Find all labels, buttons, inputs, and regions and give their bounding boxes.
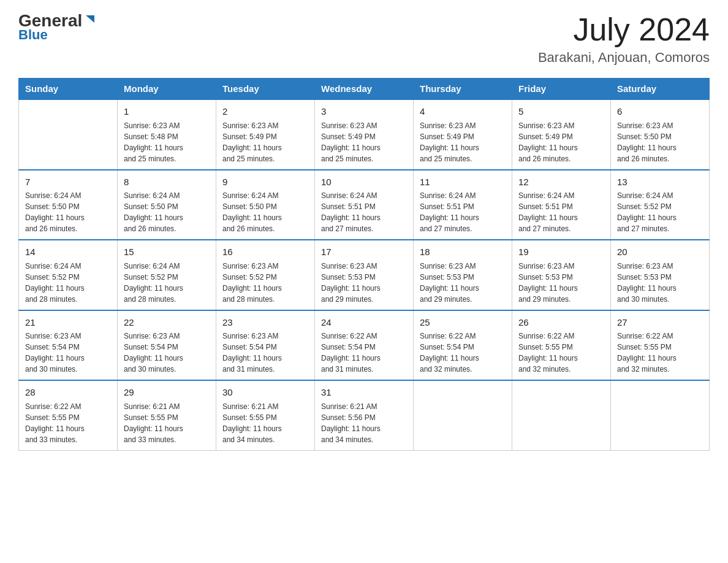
day-number: 18 [420,245,506,259]
calendar-table: Sunday Monday Tuesday Wednesday Thursday… [18,78,710,451]
calendar-cell: 9Sunrise: 6:24 AM Sunset: 5:50 PM Daylig… [216,170,315,240]
col-thursday: Thursday [414,79,512,100]
day-number: 14 [25,245,111,259]
calendar-cell: 16Sunrise: 6:23 AM Sunset: 5:52 PM Dayli… [216,240,315,310]
day-number: 22 [124,316,210,330]
day-number: 12 [518,175,604,190]
calendar-cell: 23Sunrise: 6:23 AM Sunset: 5:54 PM Dayli… [216,310,315,381]
calendar-cell: 5Sunrise: 6:23 AM Sunset: 5:49 PM Daylig… [512,99,611,170]
day-info: Sunrise: 6:23 AM Sunset: 5:53 PM Dayligh… [420,261,506,305]
day-info: Sunrise: 6:23 AM Sunset: 5:53 PM Dayligh… [518,261,604,305]
day-info: Sunrise: 6:24 AM Sunset: 5:51 PM Dayligh… [518,190,604,234]
calendar-cell: 24Sunrise: 6:22 AM Sunset: 5:54 PM Dayli… [315,310,414,381]
col-sunday: Sunday [19,79,118,100]
day-number: 30 [222,386,308,400]
calendar-week-row: 1Sunrise: 6:23 AM Sunset: 5:48 PM Daylig… [19,99,710,170]
day-number: 19 [518,245,604,259]
calendar-cell: 7Sunrise: 6:24 AM Sunset: 5:50 PM Daylig… [19,170,118,240]
day-info: Sunrise: 6:21 AM Sunset: 5:55 PM Dayligh… [222,401,308,445]
day-number: 20 [617,245,703,259]
day-number: 9 [222,175,308,190]
calendar-cell: 29Sunrise: 6:21 AM Sunset: 5:55 PM Dayli… [118,380,216,450]
day-number: 21 [25,316,111,330]
month-title: July 2024 [538,12,710,47]
calendar-cell [19,99,118,170]
day-number: 4 [420,105,506,119]
day-info: Sunrise: 6:24 AM Sunset: 5:51 PM Dayligh… [321,190,407,234]
calendar-header-row: Sunday Monday Tuesday Wednesday Thursday… [19,79,710,100]
logo-blue: Blue [18,27,48,43]
calendar-cell: 15Sunrise: 6:24 AM Sunset: 5:52 PM Dayli… [118,240,216,310]
day-info: Sunrise: 6:24 AM Sunset: 5:52 PM Dayligh… [617,190,703,234]
calendar-cell: 17Sunrise: 6:23 AM Sunset: 5:53 PM Dayli… [315,240,414,310]
calendar-cell: 3Sunrise: 6:23 AM Sunset: 5:49 PM Daylig… [315,99,414,170]
day-number: 5 [518,105,604,119]
day-number: 23 [222,316,308,330]
day-number: 10 [321,175,407,190]
calendar-week-row: 28Sunrise: 6:22 AM Sunset: 5:55 PM Dayli… [19,380,710,450]
day-info: Sunrise: 6:23 AM Sunset: 5:50 PM Dayligh… [617,120,703,164]
calendar-cell: 21Sunrise: 6:23 AM Sunset: 5:54 PM Dayli… [19,310,118,381]
day-number: 27 [617,316,703,330]
calendar-cell [611,380,710,450]
day-number: 26 [518,316,604,330]
calendar-cell: 6Sunrise: 6:23 AM Sunset: 5:50 PM Daylig… [611,99,710,170]
day-number: 2 [222,105,308,119]
day-info: Sunrise: 6:23 AM Sunset: 5:53 PM Dayligh… [617,261,703,305]
day-info: Sunrise: 6:23 AM Sunset: 5:52 PM Dayligh… [222,261,308,305]
calendar-week-row: 14Sunrise: 6:24 AM Sunset: 5:52 PM Dayli… [19,240,710,310]
day-info: Sunrise: 6:24 AM Sunset: 5:50 PM Dayligh… [222,190,308,234]
col-saturday: Saturday [611,79,710,100]
day-number: 11 [420,175,506,190]
day-number: 16 [222,245,308,259]
col-wednesday: Wednesday [315,79,414,100]
calendar-cell: 12Sunrise: 6:24 AM Sunset: 5:51 PM Dayli… [512,170,611,240]
day-number: 1 [124,105,210,119]
day-number: 24 [321,316,407,330]
calendar-cell: 4Sunrise: 6:23 AM Sunset: 5:49 PM Daylig… [414,99,512,170]
calendar-cell: 1Sunrise: 6:23 AM Sunset: 5:48 PM Daylig… [118,99,216,170]
calendar-cell: 2Sunrise: 6:23 AM Sunset: 5:49 PM Daylig… [216,99,315,170]
day-info: Sunrise: 6:23 AM Sunset: 5:53 PM Dayligh… [321,261,407,305]
calendar-cell: 31Sunrise: 6:21 AM Sunset: 5:56 PM Dayli… [315,380,414,450]
calendar-cell: 30Sunrise: 6:21 AM Sunset: 5:55 PM Dayli… [216,380,315,450]
calendar-cell: 27Sunrise: 6:22 AM Sunset: 5:55 PM Dayli… [611,310,710,381]
day-info: Sunrise: 6:24 AM Sunset: 5:51 PM Dayligh… [420,190,506,234]
calendar-cell [414,380,512,450]
day-number: 31 [321,386,407,400]
calendar-cell: 20Sunrise: 6:23 AM Sunset: 5:53 PM Dayli… [611,240,710,310]
col-tuesday: Tuesday [216,79,315,100]
location: Barakani, Anjouan, Comoros [538,50,710,66]
day-number: 28 [25,386,111,400]
calendar-cell: 13Sunrise: 6:24 AM Sunset: 5:52 PM Dayli… [611,170,710,240]
day-info: Sunrise: 6:23 AM Sunset: 5:49 PM Dayligh… [321,120,407,164]
day-info: Sunrise: 6:23 AM Sunset: 5:54 PM Dayligh… [222,331,308,375]
day-info: Sunrise: 6:24 AM Sunset: 5:52 PM Dayligh… [25,261,111,305]
col-friday: Friday [512,79,611,100]
calendar-cell: 14Sunrise: 6:24 AM Sunset: 5:52 PM Dayli… [19,240,118,310]
col-monday: Monday [118,79,216,100]
day-info: Sunrise: 6:23 AM Sunset: 5:49 PM Dayligh… [222,120,308,164]
day-number: 6 [617,105,703,119]
day-number: 15 [124,245,210,259]
day-info: Sunrise: 6:21 AM Sunset: 5:55 PM Dayligh… [124,401,210,445]
day-number: 7 [25,175,111,190]
calendar-cell: 28Sunrise: 6:22 AM Sunset: 5:55 PM Dayli… [19,380,118,450]
calendar-week-row: 7Sunrise: 6:24 AM Sunset: 5:50 PM Daylig… [19,170,710,240]
day-number: 29 [124,386,210,400]
day-info: Sunrise: 6:23 AM Sunset: 5:54 PM Dayligh… [25,331,111,375]
day-info: Sunrise: 6:24 AM Sunset: 5:50 PM Dayligh… [124,190,210,234]
day-number: 25 [420,316,506,330]
day-number: 8 [124,175,210,190]
day-info: Sunrise: 6:22 AM Sunset: 5:55 PM Dayligh… [617,331,703,375]
day-info: Sunrise: 6:23 AM Sunset: 5:49 PM Dayligh… [518,120,604,164]
day-info: Sunrise: 6:22 AM Sunset: 5:55 PM Dayligh… [518,331,604,375]
calendar-week-row: 21Sunrise: 6:23 AM Sunset: 5:54 PM Dayli… [19,310,710,381]
day-info: Sunrise: 6:21 AM Sunset: 5:56 PM Dayligh… [321,401,407,445]
calendar-cell: 10Sunrise: 6:24 AM Sunset: 5:51 PM Dayli… [315,170,414,240]
day-info: Sunrise: 6:22 AM Sunset: 5:54 PM Dayligh… [321,331,407,375]
calendar-cell: 19Sunrise: 6:23 AM Sunset: 5:53 PM Dayli… [512,240,611,310]
day-info: Sunrise: 6:22 AM Sunset: 5:54 PM Dayligh… [420,331,506,375]
page-header: General Blue July 2024 Barakani, Anjouan… [18,12,710,66]
calendar-cell: 25Sunrise: 6:22 AM Sunset: 5:54 PM Dayli… [414,310,512,381]
